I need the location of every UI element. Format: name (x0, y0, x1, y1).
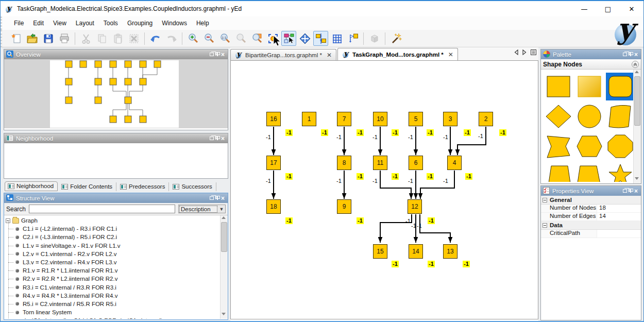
dock-tab-successors[interactable]: Successors (170, 182, 216, 191)
wizard-button[interactable] (388, 31, 403, 46)
collapse-group-icon[interactable] (543, 223, 547, 228)
graph-node-12[interactable]: 12 (408, 199, 422, 214)
tree-item[interactable]: R5.i = C2.vinternal / R5.R FOR R5.i (4, 300, 228, 308)
menu-layout[interactable]: Layout (71, 18, 99, 29)
graph-node-5[interactable]: 5 (409, 112, 423, 126)
edge-label[interactable]: -1 (408, 134, 413, 140)
palette-shape-ellipse[interactable] (575, 103, 604, 130)
edge-label[interactable]: -1 (408, 178, 413, 184)
tree-item[interactable]: R3.i = C1.vinternal / R3.R FOR R3.i (4, 283, 228, 292)
document-tab-1[interactable]: yTaskGraph_Mod...tors.graphml *✕ (337, 48, 458, 60)
node-badge[interactable]: -1 (427, 173, 434, 180)
scroll-down-icon[interactable] (222, 313, 227, 318)
node-badge[interactable]: -1 (285, 129, 293, 136)
print-button[interactable] (57, 31, 72, 46)
menu-file[interactable]: File (9, 18, 28, 29)
zoom-1-1-button[interactable]: 1:1 (217, 31, 232, 46)
dock-tab-neighborhood[interactable]: Neighborhood (5, 181, 58, 191)
tree-item[interactable]: R4.v = R4.R * L3.iinternal FOR R4.v (4, 292, 228, 300)
graph-node-8[interactable]: 8 (337, 156, 351, 170)
edit-mode-button[interactable] (281, 31, 296, 46)
tab-close-icon[interactable]: ✕ (448, 51, 453, 58)
fit-content-button[interactable] (265, 31, 280, 46)
close-icon[interactable]: × (634, 189, 638, 194)
save-button[interactable] (41, 31, 56, 46)
edge-label[interactable]: -1 (372, 178, 378, 184)
edge-4-12[interactable] (420, 171, 454, 199)
tree-item[interactable]: C2.i = (-L3.iinternal) - R5.i FOR C2.i (4, 233, 228, 241)
close-icon[interactable]: × (221, 196, 225, 201)
collapse-group-icon[interactable] (543, 198, 547, 202)
node-badge[interactable]: -1 (499, 129, 506, 136)
palette-scrollbar[interactable] (633, 70, 641, 183)
document-tab-0[interactable]: yBipartiteGrap...tors.graphml *✕ (230, 49, 336, 60)
pin-icon[interactable] (217, 196, 218, 200)
tab-close-icon[interactable]: ✕ (327, 52, 332, 59)
menu-tools[interactable]: Tools (99, 18, 123, 29)
graph-canvas[interactable]: 161710532178116418912151413-1-1-1-1-1-1-… (230, 60, 538, 319)
edge-label[interactable]: -1 (336, 134, 342, 140)
node-badge[interactable]: -1 (321, 129, 328, 136)
edge-label[interactable]: -1 (417, 223, 422, 229)
node-badge[interactable]: -1 (427, 129, 434, 136)
menu-view[interactable]: View (48, 18, 71, 29)
tree-scrollbar[interactable] (220, 215, 228, 319)
node-badge[interactable]: -1 (392, 261, 399, 267)
graph-node-16[interactable]: 16 (266, 112, 281, 126)
edge-label[interactable]: -1 (372, 134, 378, 140)
palette-shape-star-5[interactable] (606, 162, 635, 182)
tree-item[interactable]: R1.v = R1.R * L1.iinternal FOR R1.v (4, 266, 228, 275)
graph-node-2[interactable]: 2 (479, 112, 493, 126)
palette-panel-header[interactable]: Palette × (541, 49, 641, 59)
graph-node-15[interactable]: 15 (373, 244, 387, 259)
scroll-down-icon[interactable] (635, 177, 640, 182)
shape-nodes-section[interactable]: Shape Nodes (541, 59, 641, 70)
graph-node-14[interactable]: 14 (409, 244, 423, 259)
neighborhood-panel-header[interactable]: Neighborhood × (4, 133, 228, 143)
palette-shape-sheared-rectangle[interactable] (606, 103, 635, 130)
edge-flag-button[interactable] (345, 31, 360, 46)
graph-node-11[interactable]: 11 (373, 156, 387, 170)
zoom-in-button[interactable] (185, 31, 200, 46)
grid-button[interactable] (329, 31, 344, 46)
menu-grouping[interactable]: Grouping (123, 18, 157, 29)
float-icon[interactable] (623, 189, 627, 193)
node-badge[interactable]: -1 (357, 217, 364, 224)
tree-item[interactable]: R2.v = R2.R * L2.iinternal FOR R2.v (4, 275, 228, 283)
new-file-button[interactable] (9, 31, 24, 46)
edge-label[interactable]: -1 (443, 134, 448, 140)
node-badge[interactable]: -1 (357, 173, 364, 180)
palette-shape-trapezoid-2[interactable] (575, 162, 604, 182)
property-value[interactable]: 14 (597, 213, 641, 221)
tree-item[interactable]: L3.v = C2.vinternal - R4.v FOR L3.v (4, 258, 228, 266)
tree-item[interactable]: L1.v = sineVoltage.v - R1.v FOR L1.v (4, 242, 228, 250)
graph-node-7[interactable]: 7 (337, 112, 351, 126)
snap-lines-button[interactable] (313, 31, 328, 46)
graph-node-6[interactable]: 6 (409, 156, 423, 170)
node-badge[interactable]: -1 (464, 129, 471, 136)
edge-label[interactable]: -1 (266, 178, 271, 184)
graph-node-1[interactable]: 1 (302, 112, 316, 126)
node-badge[interactable]: -1 (357, 129, 364, 136)
node-badge[interactable]: -1 (392, 173, 399, 180)
menu-edit[interactable]: Edit (28, 18, 48, 29)
float-icon[interactable] (210, 137, 214, 140)
overview-panel-header[interactable]: Overview × (4, 49, 228, 59)
menu-help[interactable]: Help (192, 18, 214, 29)
tree-item[interactable]: L2.v = C1.vinternal - R2.v FOR L2.v (4, 250, 228, 258)
palette-shape-concave-hexagon[interactable] (544, 132, 573, 160)
scroll-thumb[interactable] (221, 222, 227, 252)
graph-node-13[interactable]: 13 (443, 244, 457, 259)
zoom-selection-button[interactable] (249, 31, 264, 46)
edge-label[interactable]: -1 (411, 223, 416, 229)
maximize-button[interactable]: □ (596, 1, 620, 16)
tree-item[interactable]: Torn linear System (4, 308, 228, 316)
menu-windows[interactable]: Windows (157, 18, 192, 29)
edge-label[interactable]: -1 (405, 218, 411, 224)
edge-12-13[interactable] (420, 214, 450, 243)
zoom-out-button[interactable] (201, 31, 216, 46)
graph-node-4[interactable]: 4 (447, 156, 462, 170)
edge-label[interactable]: -1 (478, 133, 483, 139)
properties-view-header[interactable]: Properties View × (541, 186, 641, 196)
prev-tab-icon[interactable] (514, 49, 518, 57)
